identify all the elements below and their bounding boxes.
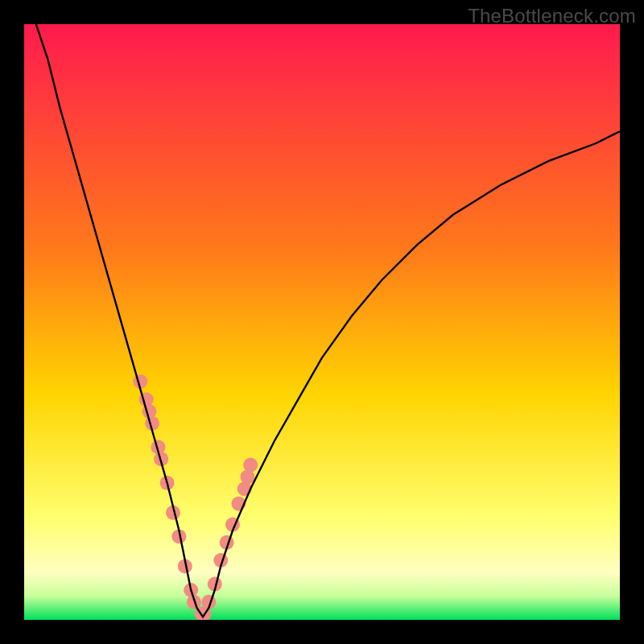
gradient-background <box>24 24 620 620</box>
chart-frame: TheBottleneck.com <box>0 0 644 644</box>
scatter-dot <box>243 458 258 473</box>
plot-area <box>24 24 620 620</box>
watermark-text: TheBottleneck.com <box>468 5 636 27</box>
chart-svg <box>24 24 620 620</box>
